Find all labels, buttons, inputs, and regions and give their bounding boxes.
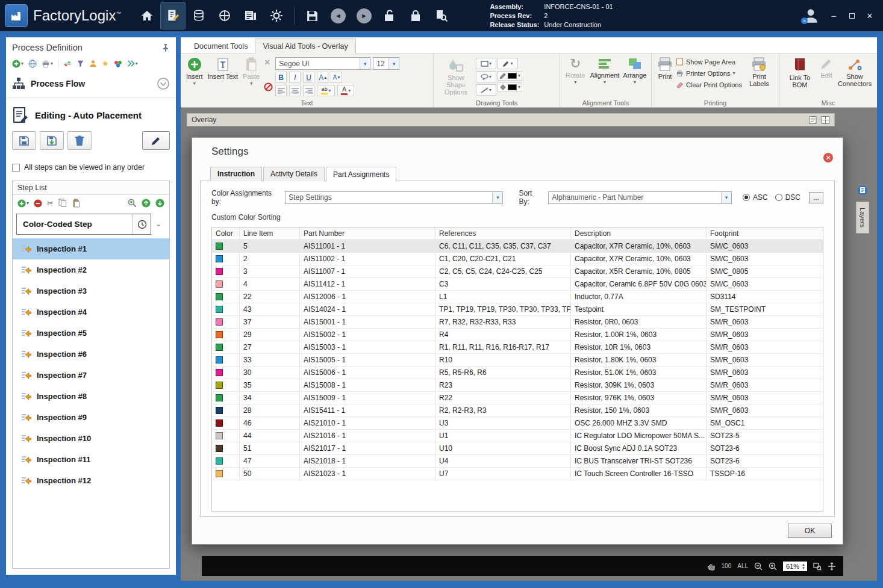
align-center-button[interactable] [289,85,301,96]
edit-placement-button[interactable] [142,131,170,150]
ok-button[interactable]: OK [788,524,832,538]
process-flow-item[interactable]: Process Flow [12,77,170,90]
table-row[interactable]: 27AIS15003 - 1R1, R11, R11, R16, R16-R17… [212,341,823,354]
show-shape-options-button[interactable]: Show Shape Options [437,55,475,97]
callout-tool-button[interactable]: ▾ [476,71,496,82]
show-page-area-button[interactable]: Show Page Area [676,58,742,66]
unlock-button[interactable] [378,2,402,29]
collapse-button[interactable] [157,77,170,90]
back-button[interactable]: ◄ [326,2,350,29]
delete-step-button[interactable] [67,131,92,150]
rectangle-tool-button[interactable]: ▾ [476,58,496,69]
paste-ribbon-button[interactable]: Paste▾ [241,55,261,88]
step-list-item[interactable]: Inspection #5 [13,323,169,344]
copy-button[interactable] [58,199,67,208]
pan-hand-button[interactable] [707,562,716,571]
dsc-radio[interactable] [775,194,782,201]
tab-instruction[interactable]: Instruction [210,167,262,181]
zoom-in-button[interactable] [769,562,777,571]
print-labels-button[interactable]: Print Labels [743,55,775,89]
lock-button[interactable] [404,2,428,29]
clear-print-options-button[interactable]: Clear Print Options [676,81,742,88]
insert-text-button[interactable]: Insert Text [206,55,240,82]
add-step-button[interactable]: ▾ [17,199,29,208]
pen-tool-button[interactable]: ▾ [498,58,518,69]
step-list-item[interactable]: Inspection #8 [13,386,169,407]
fill-color-picker[interactable]: ▾ [498,82,522,92]
table-row[interactable]: 51AIS21017 - 1U10IC Boost Sync ADJ 0.1A … [212,442,823,455]
sort-by-select[interactable]: Alphanumeric - Part Number ▾ [548,191,732,204]
column-header[interactable]: Description [571,227,707,240]
print-button[interactable]: Print [655,55,675,82]
line-tool-button[interactable]: ▾ [476,84,496,96]
process-editor-button[interactable] [161,2,185,29]
insert-button[interactable]: Insert▾ [184,55,205,88]
line-color-picker[interactable]: ▾ [498,71,522,81]
column-header[interactable]: Line Item [240,227,300,240]
news-button[interactable] [239,2,263,29]
transfer-button[interactable] [63,60,72,68]
font-color-button[interactable]: A▾ [337,85,354,96]
cut-button[interactable]: ✂ [47,199,54,208]
table-row[interactable]: 44AIS21016 - 1U1IC Regulator LDO Micropo… [212,430,823,442]
bold-button[interactable]: B [275,72,287,83]
star-button[interactable]: ★ [102,59,109,68]
table-row[interactable]: 22AIS12006 - 1L1Inductor, 0.77ASD3114 [212,291,823,303]
tab-document-tools[interactable]: Document Tools [187,39,255,53]
expand-all-button[interactable]: ▾ [127,60,138,67]
table-row[interactable]: 34AIS15009 - 1R22Resistor, 976K 1%, 0603… [212,392,823,404]
close-button[interactable]: ✕ [861,8,878,23]
rotate-button[interactable]: ↻ Rotate▾ [564,55,587,87]
asc-radio[interactable] [743,194,750,201]
tab-visual-aid-tools[interactable]: Visual Aid Tools - Overlay [255,39,355,54]
tab-activity-details[interactable]: Activity Details [263,167,325,181]
shrink-font-button[interactable]: A▾ [331,72,342,83]
order-checkbox-row[interactable]: All steps can be viewed in any order [12,163,170,172]
underline-button[interactable]: U [303,72,314,83]
column-header[interactable]: Footprint [707,227,823,240]
paste-button[interactable] [72,199,80,208]
table-row[interactable]: 4AIS11412 - 1C3Capacitor, Ceramic 6.8PF … [212,278,823,291]
column-header[interactable]: References [435,227,571,240]
zoom-all-button[interactable]: ALL [737,563,748,569]
table-row[interactable]: 28AIS15411 - 1R2, R2-R3, R3Resistor, 150… [212,404,823,417]
move-down-button[interactable] [155,199,164,208]
show-connectors-button[interactable]: Show Connectors [836,55,873,89]
no-fill-button[interactable] [264,82,273,91]
home-button[interactable] [135,2,159,29]
remove-step-button[interactable] [34,199,42,208]
zoom-100-button[interactable]: 100 [722,563,732,569]
font-family-select[interactable]: Segoe UI▾ [275,57,370,70]
tab-part-assignments[interactable]: Part Assignments [326,167,396,182]
table-row[interactable]: 35AIS15008 - 1R23Resistor, 309K 1%, 0603… [212,379,823,392]
step-list-item[interactable]: Inspection #1 [13,238,169,259]
table-row[interactable]: 29AIS15002 - 1R4Resistor, 1.00R 1%, 0603… [212,329,823,341]
color-assignments-select[interactable]: Step Settings ▾ [285,191,503,204]
arrange-button[interactable]: Arrange▾ [621,55,648,87]
column-header[interactable]: Part Number [300,227,435,240]
audit-search-button[interactable] [429,2,454,29]
minimize-button[interactable]: – [825,8,842,23]
forward-button[interactable]: ► [352,2,376,29]
font-size-select[interactable]: 12▾ [373,57,399,70]
navigate-button[interactable] [213,2,237,29]
table-row[interactable]: 50AIS21023 - 1U7IC Touch Screen Controll… [212,468,823,480]
pin-icon[interactable] [161,43,170,52]
globe-button[interactable] [28,60,37,68]
align-right-button[interactable] [303,85,314,96]
table-row[interactable]: 3AIS11007 - 1C2, C5, C5, C24, C24-C25, C… [212,265,823,278]
table-row[interactable]: 30AIS15006 - 1R5, R5-R6, R6Resistor, 51.… [212,367,823,379]
link-to-bom-button[interactable]: Link To BOM [783,55,817,90]
step-list-item[interactable]: Inspection #10 [13,428,169,449]
materials-button[interactable] [187,2,211,29]
step-list-item[interactable]: Inspection #9 [13,407,169,428]
grow-font-button[interactable]: A▴ [317,72,328,83]
table-row[interactable]: 46AIS21010 - 1U3OSC 26.000 MHZ 3.3V SMDS… [212,417,823,430]
zoom-out-button[interactable] [754,562,763,571]
move-up-button[interactable] [142,199,151,208]
zoom-step-button[interactable] [128,199,137,208]
step-list-item[interactable]: Inspection #7 [13,365,169,386]
italic-button[interactable]: I [289,72,301,83]
table-row[interactable]: 33AIS15005 - 1R10Resistor, 1.80K 1%, 060… [212,354,823,367]
printer-options-button[interactable]: Printer Options▾ [676,69,742,77]
